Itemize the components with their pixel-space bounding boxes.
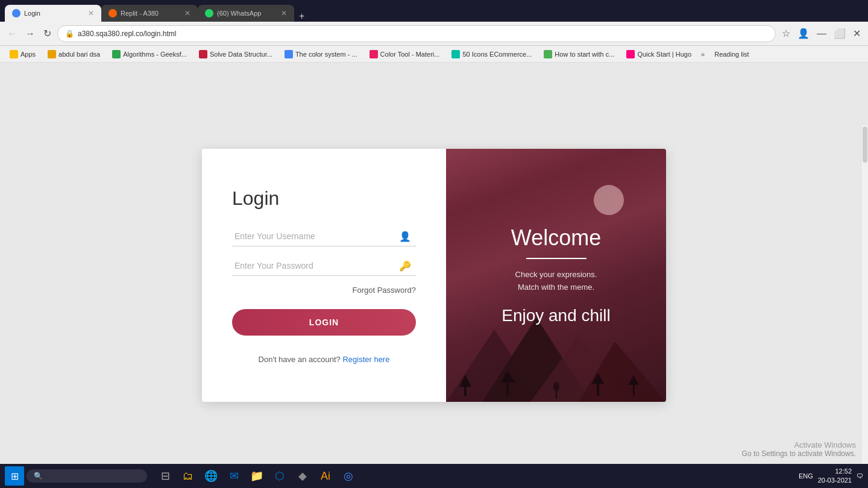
bookmark-icon-color-tool: [370, 50, 378, 58]
bookmark-label-hugo: Quick Start | Hugo: [637, 51, 691, 58]
bookmark-icon-howto: [544, 50, 552, 58]
forgot-password-link[interactable]: Forgot Password?: [232, 286, 416, 295]
taskbar-system: ENG 12:52 20-03-2021 🗨: [799, 467, 863, 486]
password-input[interactable]: [232, 256, 416, 276]
tab-replit[interactable]: Replit - A380 ✕: [101, 5, 198, 22]
activate-windows-notice: Activate Windows Go to Settings to activ…: [742, 440, 856, 458]
bookmark-reading-list[interactable]: Reading list: [709, 49, 753, 59]
bookmark-icon-50icons: [451, 50, 460, 58]
taskbar: ⊞ 🔍 ⊟ 🗂 🌐 ✉ 📁 ⬡ ◆ Ai ◎ ENG 12:52 20-03-2…: [0, 464, 868, 488]
bookmark-icon-apps: [10, 50, 18, 58]
profile-button[interactable]: 👤: [795, 25, 812, 42]
tab-bar: Login ✕ Replit - A380 ✕ (60) WhatsApp ✕ …: [0, 0, 868, 22]
minimize-button[interactable]: —: [814, 25, 829, 42]
login-right-panel: Welcome Check your expresions. Match wit…: [446, 149, 666, 402]
welcome-subtitle: Check your expresions. Match with the me…: [515, 269, 597, 294]
new-tab-button[interactable]: +: [294, 11, 309, 22]
bookmark-label-solve: Solve Data Structur...: [210, 51, 272, 58]
lock-icon: 🔒: [65, 30, 74, 38]
moon-decoration: [594, 185, 624, 215]
page-content: Login 👤 🔑 Forgot Password? LOGIN Don't h…: [0, 63, 868, 488]
bookmark-icon-dsa: [48, 50, 56, 58]
taskbar-app-edge[interactable]: 🌐: [200, 465, 222, 487]
taskbar-app-chrome[interactable]: ◎: [338, 465, 359, 487]
search-icon: 🔍: [34, 472, 43, 480]
taskbar-app-sketch[interactable]: ◆: [292, 465, 313, 487]
bookmark-label-color-system: The color system - ...: [295, 51, 357, 58]
address-text: a380.sqa380.repl.co/login.html: [78, 30, 768, 38]
browser-chrome: Login ✕ Replit - A380 ✕ (60) WhatsApp ✕ …: [0, 0, 868, 63]
welcome-sub-line1: Check your expresions.: [515, 270, 597, 279]
taskbar-time-display: 12:52 20-03-2021: [818, 467, 852, 486]
login-title: Login: [232, 187, 416, 210]
activate-windows-title: Activate Windows: [742, 440, 856, 449]
bookmark-label-reading: Reading list: [714, 51, 749, 58]
taskbar-time: 12:52: [818, 467, 852, 476]
tab-close-replit[interactable]: ✕: [184, 9, 190, 17]
bookmark-algorithms[interactable]: Algorithms - Geeksf...: [107, 49, 192, 60]
login-left-panel: Login 👤 🔑 Forgot Password? LOGIN Don't h…: [202, 149, 446, 402]
taskbar-search[interactable]: 🔍: [27, 469, 147, 483]
bookmark-label-algorithms: Algorithms - Geeksf...: [123, 51, 187, 58]
bookmark-color-tool[interactable]: Color Tool - Materi...: [365, 49, 445, 60]
taskbar-apps: ⊟ 🗂 🌐 ✉ 📁 ⬡ ◆ Ai ◎: [154, 465, 359, 487]
bookmark-more[interactable]: »: [699, 49, 707, 59]
close-button[interactable]: ✕: [851, 25, 863, 42]
taskbar-app-illustrator[interactable]: Ai: [315, 465, 336, 487]
tab-close-login[interactable]: ✕: [88, 9, 94, 17]
mountain-scene: [446, 281, 666, 402]
bookmark-dsa[interactable]: abdul bari dsa: [43, 49, 105, 60]
address-bar[interactable]: 🔒 a380.sqa380.repl.co/login.html: [57, 25, 776, 42]
tab-icon-whatsapp: [205, 9, 213, 17]
bookmark-howto[interactable]: How to start with c...: [539, 49, 619, 60]
key-icon: 🔑: [399, 260, 411, 272]
bookmark-icon-solve: [199, 50, 207, 58]
maximize-button[interactable]: ⬜: [831, 25, 848, 42]
bookmark-label-50icons: 50 Icons ECommerce...: [462, 51, 532, 58]
welcome-divider: [526, 258, 587, 259]
bookmark-icon-hugo: [626, 50, 635, 58]
username-input-group: 👤: [232, 227, 416, 246]
taskbar-app-explorer[interactable]: 📁: [246, 465, 268, 487]
tab-login[interactable]: Login ✕: [5, 5, 101, 22]
tab-whatsapp[interactable]: (60) WhatsApp ✕: [198, 5, 294, 22]
bookmarks-bar: Apps abdul bari dsa Algorithms - Geeksf.…: [0, 46, 868, 63]
username-input[interactable]: [232, 227, 416, 246]
taskbar-app-vscode[interactable]: ⬡: [269, 465, 291, 487]
welcome-sub-line2: Match with the meme.: [518, 283, 594, 292]
scrollbar[interactable]: [861, 125, 868, 488]
register-text: Don't have an account? Register here: [232, 355, 416, 364]
welcome-title: Welcome: [511, 225, 601, 251]
tab-close-whatsapp[interactable]: ✕: [281, 9, 287, 17]
start-button[interactable]: ⊞: [5, 466, 24, 486]
taskbar-app-mail[interactable]: ✉: [223, 465, 245, 487]
user-icon: 👤: [399, 231, 411, 242]
tab-title-whatsapp: (60) WhatsApp: [217, 10, 277, 17]
bookmark-label-color-tool: Color Tool - Materi...: [380, 51, 440, 58]
tab-title-login: Login: [24, 10, 84, 17]
svg-point-12: [553, 382, 559, 392]
bookmark-label-dsa: abdul bari dsa: [58, 51, 100, 58]
reload-button[interactable]: ↻: [41, 25, 54, 42]
login-card: Login 👤 🔑 Forgot Password? LOGIN Don't h…: [202, 149, 666, 402]
taskbar-app-taskview[interactable]: ⊟: [154, 465, 176, 487]
bookmark-hugo[interactable]: Quick Start | Hugo: [621, 49, 696, 60]
register-link[interactable]: Register here: [342, 355, 389, 364]
bookmark-apps[interactable]: Apps: [5, 49, 40, 60]
bookmark-solve[interactable]: Solve Data Structur...: [194, 49, 277, 60]
login-button[interactable]: LOGIN: [232, 309, 416, 336]
taskbar-notification[interactable]: 🗨: [857, 472, 863, 480]
back-button[interactable]: ←: [5, 26, 19, 42]
bookmark-color-system[interactable]: The color system - ...: [280, 49, 362, 60]
forward-button[interactable]: →: [23, 26, 37, 42]
taskbar-date: 20-03-2021: [818, 476, 852, 485]
bookmark-50icons[interactable]: 50 Icons ECommerce...: [447, 49, 536, 60]
taskbar-app-files[interactable]: 🗂: [177, 465, 199, 487]
taskbar-lang: ENG: [799, 472, 813, 480]
bookmark-label-apps: Apps: [20, 51, 36, 58]
enjoy-tagline: Enjoy and chill: [502, 306, 611, 325]
bookmark-icon-color-system: [285, 50, 293, 58]
scrollbar-thumb[interactable]: [863, 127, 867, 163]
star-button[interactable]: ☆: [779, 25, 793, 42]
tab-title-replit: Replit - A380: [121, 10, 181, 17]
